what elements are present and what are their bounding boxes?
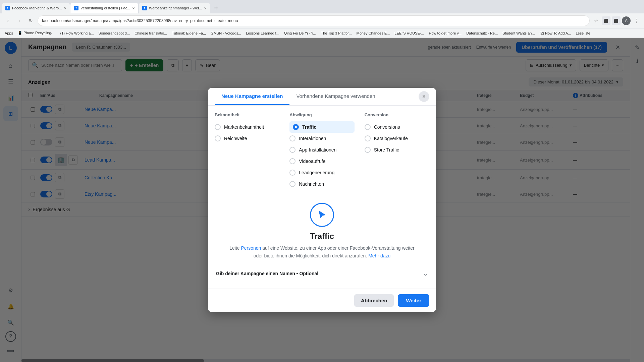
address-bar[interactable]: facebook.com/adsmanager/manage/campaigns…: [38, 15, 590, 26]
modal-divider: [215, 194, 429, 194]
new-tab-btn[interactable]: +: [211, 3, 221, 13]
menu-dots-btn[interactable]: ⋮: [632, 16, 641, 25]
option-marken-label[interactable]: Markenbekanntheit: [224, 124, 264, 130]
bookmarks-bar: Apps 📱 Phone Recycling-... (1) How Worki…: [0, 28, 644, 38]
modal-tab-new[interactable]: Neue Kampagne erstellen: [215, 88, 289, 105]
account-icon[interactable]: A: [622, 16, 631, 25]
bookmark-9[interactable]: The Top 3 Platfor...: [319, 31, 354, 36]
browser-tab-2-close[interactable]: ×: [132, 6, 135, 11]
traffic-preview-description: Leite Personen auf eine Website, zu eine…: [228, 244, 416, 259]
modal-column-bekanntheit: Bekanntheit Markenbekanntheit Reichweite: [215, 112, 279, 190]
browser-tab-3-title: Werbeanzeigenmanager - Wer...: [149, 6, 202, 10]
radio-lead[interactable]: [289, 170, 296, 176]
browser-tab-1-title: Facebook Marketing & Werb...: [12, 6, 62, 10]
option-conversions-label[interactable]: Conversions: [374, 124, 400, 130]
continue-button[interactable]: Weiter: [398, 294, 429, 307]
browser-toolbar: ‹ › ↻ facebook.com/adsmanager/manage/cam…: [0, 13, 644, 28]
browser-chrome: f Facebook Marketing & Werb... × f Veran…: [0, 0, 644, 28]
radio-app[interactable]: [289, 147, 296, 153]
cursor-icon: [317, 210, 327, 220]
radio-katalog[interactable]: [365, 135, 371, 141]
reload-btn[interactable]: ↻: [26, 16, 36, 25]
forward-btn[interactable]: ›: [15, 16, 24, 25]
browser-tabs: f Facebook Marketing & Werb... × f Veran…: [0, 0, 644, 13]
browser-tab-3[interactable]: f Werbeanzeigenmanager - Wer... ×: [139, 3, 210, 13]
browser-tab-2[interactable]: f Veranstaltung erstellen | Fac... ×: [70, 3, 138, 13]
section-header-abwagung: Abwägung: [289, 112, 354, 117]
bookmark-10[interactable]: Money Changes E...: [355, 31, 392, 36]
cancel-button[interactable]: Abbrechen: [354, 294, 394, 307]
extension-icon-2[interactable]: ⬛: [612, 16, 621, 25]
option-store-label[interactable]: Store Traffic: [374, 147, 399, 153]
mehr-dazu-link[interactable]: Mehr dazu: [368, 253, 390, 258]
back-btn[interactable]: ‹: [3, 16, 13, 25]
option-store[interactable]: Store Traffic: [365, 144, 429, 156]
modal-overlay[interactable]: Neue Kampagne erstellen Vorhandene Kampa…: [0, 38, 644, 362]
accordion-header[interactable]: Gib deiner Kampagne einen Namen • Option…: [215, 265, 429, 282]
modal-options-grid: Bekanntheit Markenbekanntheit Reichweite…: [215, 112, 429, 190]
bookmark-apps[interactable]: Apps: [3, 31, 15, 36]
option-app[interactable]: App-Installationen: [289, 144, 354, 156]
option-traffic-label[interactable]: Traffic: [302, 124, 316, 130]
address-text: facebook.com/adsmanager/manage/campaigns…: [42, 18, 238, 23]
option-lead-label[interactable]: Leadgenerierung: [299, 170, 334, 175]
preview-desc-start: Leite: [229, 245, 241, 251]
option-marken[interactable]: Markenbekanntheit: [215, 121, 279, 133]
bookmark-leselist[interactable]: Leseliste: [574, 31, 592, 36]
option-video-label[interactable]: Videoaufrufe: [299, 159, 325, 164]
option-reichweite[interactable]: Reichweite: [215, 133, 279, 144]
radio-nachrichten[interactable]: [289, 181, 296, 187]
option-app-label[interactable]: App-Installationen: [299, 147, 336, 153]
app-container: L ⌂ ☰ 📊 ⊞ ⚙ 🔔 🔍 ? ⟺ Kampagnen Leon R. Ch…: [0, 38, 644, 362]
browser-tab-3-close[interactable]: ×: [204, 6, 207, 11]
bookmark-11[interactable]: LEE 'S HOUSE-...: [392, 31, 426, 36]
bookmark-4[interactable]: Chinese translatio...: [132, 31, 169, 36]
browser-tab-1-close[interactable]: ×: [64, 6, 66, 11]
bookmark-5[interactable]: Tutorial: Eigene Fa...: [170, 31, 208, 36]
option-katalog-label[interactable]: Katalogverkäufe: [374, 136, 408, 141]
modal-close-btn[interactable]: ×: [419, 91, 429, 102]
accordion-chevron-icon: ⌄: [423, 270, 428, 277]
option-interaktionen-label[interactable]: Interaktionen: [299, 136, 326, 141]
option-nachrichten[interactable]: Nachrichten: [289, 178, 354, 190]
radio-reichweite[interactable]: [215, 135, 221, 141]
section-header-conversion: Conversion: [365, 112, 429, 117]
radio-traffic[interactable]: [293, 124, 299, 130]
option-nachrichten-label[interactable]: Nachrichten: [299, 181, 324, 187]
option-katalog[interactable]: Katalogverkäufe: [365, 133, 429, 144]
radio-interaktionen[interactable]: [289, 135, 296, 141]
bookmark-3[interactable]: Sonderangebot d...: [97, 31, 132, 36]
preview-personen-link[interactable]: Personen: [241, 245, 261, 251]
radio-marken[interactable]: [215, 124, 221, 130]
option-traffic[interactable]: Traffic: [289, 121, 354, 133]
option-lead[interactable]: Leadgenerierung: [289, 167, 354, 178]
radio-conversions[interactable]: [365, 124, 371, 130]
modal-tab-existing[interactable]: Vorhandene Kampagne verwenden: [289, 88, 382, 105]
bookmark-12[interactable]: How to get more v...: [427, 31, 464, 36]
section-header-bekanntheit: Bekanntheit: [215, 112, 279, 117]
extension-icon-1[interactable]: ⬛: [602, 16, 610, 25]
bookmark-7[interactable]: Lessons Learned f...: [244, 31, 281, 36]
star-btn[interactable]: ☆: [592, 16, 600, 25]
bookmark-14[interactable]: Student Wants an...: [500, 31, 537, 36]
campaign-name-accordion: Gib deiner Kampagne einen Namen • Option…: [215, 265, 429, 282]
option-interaktionen[interactable]: Interaktionen: [289, 133, 354, 144]
radio-store[interactable]: [365, 147, 371, 153]
bookmark-2[interactable]: (1) How Working a...: [58, 31, 96, 36]
modal-column-conversion: Conversion Conversions Katalogverkäufe S…: [365, 112, 429, 190]
bookmark-1[interactable]: 📱 Phone Recycling-...: [16, 30, 57, 36]
browser-tab-1[interactable]: f Facebook Marketing & Werb... ×: [2, 3, 70, 13]
modal-body: Bekanntheit Markenbekanntheit Reichweite…: [208, 106, 436, 289]
option-video[interactable]: Videoaufrufe: [289, 156, 354, 167]
option-conversions[interactable]: Conversions: [365, 121, 429, 133]
option-reichweite-label[interactable]: Reichweite: [224, 136, 247, 141]
accordion-header-label: Gib deiner Kampagne einen Namen • Option…: [216, 271, 318, 276]
bookmark-13[interactable]: Datenschutz - Re...: [464, 31, 500, 36]
bookmark-8[interactable]: Qing Fei De Yi - Y...: [282, 31, 318, 36]
bookmark-6[interactable]: GMSN - Vologds...: [209, 31, 243, 36]
extensions-area: ☆ ⬛ ⬛ A ⋮: [592, 16, 641, 25]
bookmark-15[interactable]: (2) How To Add A...: [538, 31, 573, 36]
radio-video[interactable]: [289, 158, 296, 164]
traffic-icon-circle: [310, 203, 334, 227]
traffic-preview-title: Traffic: [228, 232, 416, 241]
